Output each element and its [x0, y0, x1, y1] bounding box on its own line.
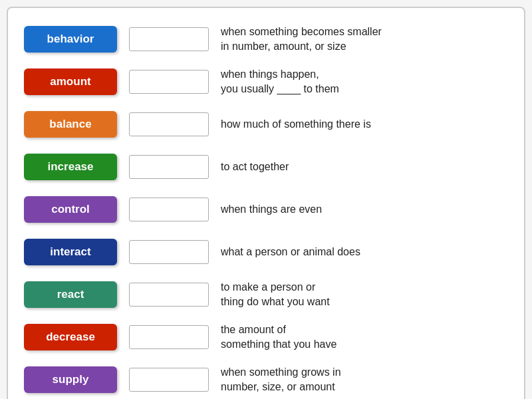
- answer-box-amount[interactable]: [129, 70, 209, 94]
- word-btn-control[interactable]: control: [24, 196, 117, 223]
- match-row: supplywhen something grows in number, si…: [24, 362, 508, 398]
- answer-box-behavior[interactable]: [129, 27, 209, 51]
- definition-control: when things are even: [221, 202, 508, 217]
- match-row: balancehow much of something there is: [24, 106, 508, 142]
- answer-box-interact[interactable]: [129, 240, 209, 264]
- answer-box-supply[interactable]: [129, 368, 209, 392]
- definition-increase: to act together: [221, 160, 508, 174]
- match-row: behaviorwhen something becomes smaller i…: [24, 21, 508, 57]
- matching-exercise: behaviorwhen something becomes smaller i…: [7, 7, 525, 399]
- definition-react: to make a person or thing do what you wa…: [221, 280, 508, 310]
- definition-interact: what a person or animal does: [221, 245, 508, 259]
- word-btn-amount[interactable]: amount: [24, 68, 117, 95]
- word-btn-react[interactable]: react: [24, 281, 117, 308]
- definition-supply: when something grows in number, size, or…: [221, 365, 508, 395]
- answer-box-decrease[interactable]: [129, 325, 209, 349]
- answer-box-increase[interactable]: [129, 155, 209, 179]
- match-row: interactwhat a person or animal does: [24, 234, 508, 270]
- word-btn-balance[interactable]: balance: [24, 111, 117, 138]
- definition-balance: how much of something there is: [221, 117, 508, 132]
- word-btn-supply[interactable]: supply: [24, 366, 117, 393]
- word-btn-increase[interactable]: increase: [24, 154, 117, 180]
- definition-amount: when things happen, you usually ____ to …: [221, 67, 508, 97]
- definition-decrease: the amount of something that you have: [221, 323, 508, 352]
- word-btn-behavior[interactable]: behavior: [24, 26, 117, 53]
- match-row: amountwhen things happen, you usually __…: [24, 64, 508, 100]
- match-row: increaseto act together: [24, 149, 508, 185]
- match-row: decreasethe amount of something that you…: [24, 319, 508, 355]
- word-btn-interact[interactable]: interact: [24, 239, 117, 265]
- match-row: controlwhen things are even: [24, 192, 508, 227]
- word-btn-decrease[interactable]: decrease: [24, 324, 117, 350]
- answer-box-control[interactable]: [129, 198, 209, 221]
- answer-box-balance[interactable]: [129, 112, 209, 136]
- definition-behavior: when something becomes smaller in number…: [221, 25, 508, 55]
- answer-box-react[interactable]: [129, 283, 209, 307]
- match-row: reactto make a person or thing do what y…: [24, 277, 508, 313]
